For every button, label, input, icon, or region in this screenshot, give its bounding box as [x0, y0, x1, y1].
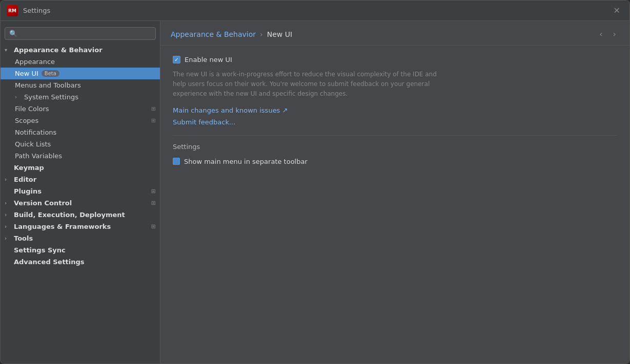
search-wrap — [1, 25, 160, 44]
sidebar-item-scopes[interactable]: Scopes ⊞ — [1, 115, 160, 126]
nav-arrows: ‹ › — [596, 28, 619, 40]
section-divider — [173, 135, 617, 136]
sidebar-item-plugins[interactable]: Plugins ⊞ — [1, 185, 160, 197]
nav-forward-button[interactable]: › — [610, 28, 619, 40]
sidebar-item-new-ui[interactable]: New UI Beta — [1, 68, 160, 79]
grid-icon: ⊞ — [151, 223, 156, 230]
grid-icon: ⊞ — [151, 200, 156, 206]
breadcrumb-separator: › — [260, 30, 263, 38]
expand-arrow-icon: › — [5, 224, 11, 229]
search-input[interactable] — [5, 27, 156, 40]
sidebar-item-build-exec-deploy[interactable]: › Build, Execution, Deployment — [1, 209, 160, 221]
expand-arrow-icon: › — [15, 94, 21, 100]
main-panel: Appearance & Behavior › New UI ‹ › Enabl… — [160, 21, 629, 363]
sidebar-item-label: Version Control — [14, 199, 72, 207]
body: ▾ Appearance & Behavior Appearance New U… — [1, 21, 629, 363]
main-changes-link[interactable]: Main changes and known issues ↗ — [173, 106, 617, 114]
settings-window: RM Settings ✕ ▾ Appearance & Behavior Ap… — [0, 0, 630, 364]
nav-back-button[interactable]: ‹ — [596, 28, 605, 40]
sidebar-item-advanced-settings[interactable]: Advanced Settings — [1, 256, 160, 268]
sidebar: ▾ Appearance & Behavior Appearance New U… — [1, 21, 160, 363]
sidebar-item-label: Settings Sync — [14, 246, 66, 254]
expand-arrow-icon: ▾ — [5, 47, 11, 53]
sidebar-item-appearance-behavior[interactable]: ▾ Appearance & Behavior — [1, 44, 160, 56]
sidebar-item-label: Tools — [14, 234, 33, 242]
enable-new-ui-description: The new UI is a work-in-progress effort … — [173, 70, 439, 99]
sidebar-item-label: Notifications — [15, 129, 56, 136]
sidebar-item-label: Editor — [14, 176, 36, 183]
sidebar-item-label: Advanced Settings — [14, 258, 85, 266]
sidebar-item-notifications[interactable]: Notifications — [1, 126, 160, 138]
sidebar-item-label: New UI — [15, 70, 38, 77]
sidebar-item-label: Keymap — [14, 164, 44, 172]
sidebar-item-tools[interactable]: › Tools — [1, 232, 160, 244]
sidebar-item-label: System Settings — [24, 93, 78, 101]
sidebar-item-label: Languages & Frameworks — [14, 223, 111, 230]
expand-arrow-icon: › — [5, 235, 11, 241]
sidebar-item-label: File Colors — [15, 105, 49, 113]
close-button[interactable]: ✕ — [611, 5, 623, 17]
sidebar-item-editor[interactable]: › Editor — [1, 174, 160, 185]
sidebar-item-label: Appearance & Behavior — [14, 46, 103, 54]
sidebar-item-label: Build, Execution, Deployment — [14, 211, 125, 219]
sidebar-item-label: Plugins — [14, 187, 42, 195]
main-content: Enable new UI The new UI is a work-in-pr… — [160, 46, 629, 363]
expand-arrow-icon: › — [5, 177, 11, 182]
sidebar-item-file-colors[interactable]: File Colors ⊞ — [1, 103, 160, 115]
sidebar-item-settings-sync[interactable]: Settings Sync — [1, 244, 160, 256]
expand-arrow-icon: › — [5, 212, 11, 218]
grid-icon: ⊞ — [151, 105, 156, 112]
submit-feedback-link[interactable]: Submit feedback... — [173, 118, 617, 126]
breadcrumb-current: New UI — [267, 30, 292, 38]
sidebar-item-label: Quick Lists — [15, 140, 51, 148]
sidebar-item-label: Appearance — [15, 58, 55, 66]
grid-icon: ⊞ — [151, 188, 156, 195]
sidebar-item-label: Path Variables — [15, 152, 62, 160]
show-main-menu-row: Show main menu in separate toolbar — [173, 158, 617, 165]
breadcrumb-parent[interactable]: Appearance & Behavior — [171, 30, 256, 38]
enable-new-ui-row: Enable new UI — [173, 56, 617, 63]
expand-arrow-icon: › — [5, 200, 11, 206]
breadcrumb: Appearance & Behavior › New UI — [171, 30, 596, 38]
app-logo: RM — [7, 5, 18, 16]
show-main-menu-checkbox[interactable] — [173, 158, 180, 165]
sidebar-item-keymap[interactable]: Keymap — [1, 162, 160, 174]
settings-section-title: Settings — [173, 143, 617, 151]
sidebar-item-appearance[interactable]: Appearance — [1, 56, 160, 68]
sidebar-item-version-control[interactable]: › Version Control ⊞ — [1, 197, 160, 209]
show-main-menu-label: Show main menu in separate toolbar — [184, 158, 308, 165]
sidebar-item-label: Menus and Toolbars — [15, 81, 81, 89]
title-bar: RM Settings ✕ — [1, 1, 629, 21]
window-title: Settings — [23, 7, 611, 14]
sidebar-item-system-settings[interactable]: › System Settings — [1, 91, 160, 103]
sidebar-item-label: Scopes — [15, 117, 38, 124]
main-header: Appearance & Behavior › New UI ‹ › — [160, 21, 629, 46]
sidebar-item-menus-toolbars[interactable]: Menus and Toolbars — [1, 79, 160, 91]
sidebar-item-languages-frameworks[interactable]: › Languages & Frameworks ⊞ — [1, 221, 160, 232]
enable-new-ui-label: Enable new UI — [185, 56, 232, 63]
beta-badge: Beta — [42, 70, 59, 77]
enable-new-ui-checkbox[interactable] — [173, 56, 180, 63]
sidebar-item-path-variables[interactable]: Path Variables — [1, 150, 160, 162]
sidebar-item-quick-lists[interactable]: Quick Lists — [1, 138, 160, 150]
grid-icon: ⊞ — [151, 117, 156, 124]
